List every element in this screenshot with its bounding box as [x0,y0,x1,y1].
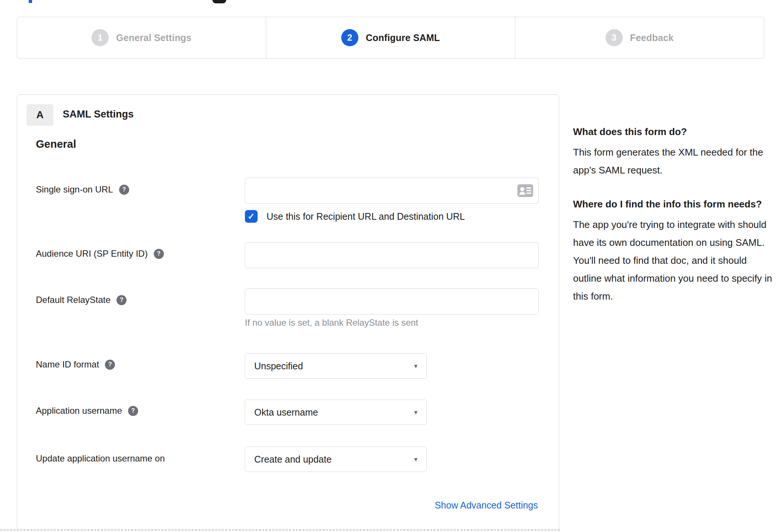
update-application-username-select[interactable]: Create and update ▾ [245,447,427,472]
chevron-down-icon: ▾ [414,362,417,370]
help-heading-what: What does this form do? [573,123,773,140]
step-3-number-badge: 3 [606,29,623,46]
name-id-format-label-text: Name ID format [36,359,99,370]
default-relaystate-input[interactable] [245,288,539,314]
help-icon[interactable]: ? [119,185,129,195]
update-application-username-label-text: Update application username on [36,453,165,464]
name-id-format-value: Unspecified [254,361,303,372]
update-application-username-value: Create and update [254,454,332,465]
default-relaystate-label-text: Default RelayState [36,295,111,305]
help-body-what: This form generates the XML needed for t… [573,143,773,179]
recipient-destination-url-checkbox-label: Use this for Recipient URL and Destinati… [267,211,465,222]
name-id-format-label: Name ID format ? [36,359,115,370]
step-general-settings: 1 General Settings [17,17,266,58]
help-icon[interactable]: ? [116,295,127,305]
application-username-value: Okta username [254,407,318,418]
check-icon: ✓ [248,212,255,222]
audience-uri-label-text: Audience URI (SP Entity ID) [36,248,148,259]
update-application-username-label: Update application username on [36,453,165,464]
chevron-down-icon: ▾ [414,409,417,416]
step-2-label: Configure SAML [366,32,440,43]
help-panel: What does this form do? This form genera… [573,123,773,322]
application-username-select[interactable]: Okta username ▾ [245,400,427,425]
step-configure-saml: 2 Configure SAML [266,17,515,58]
card-title: SAML Settings [63,109,134,120]
step-1-label: General Settings [116,32,192,43]
single-sign-on-url-input[interactable] [245,178,539,204]
help-icon[interactable]: ? [128,406,138,416]
wizard-stepper: 1 General Settings 2 Configure SAML 3 Fe… [17,17,764,59]
single-sign-on-url-label: Single sign-on URL ? [36,184,129,195]
application-username-label: Application username ? [36,406,138,416]
step-3-label: Feedback [630,32,674,43]
recipient-destination-url-checkbox[interactable]: ✓ [245,210,258,223]
help-body-where: The app you're trying to integrate with … [573,216,773,305]
name-id-format-select[interactable]: Unspecified ▾ [245,353,427,379]
audience-uri-label: Audience URI (SP Entity ID) ? [36,248,164,259]
section-dashed-divider [0,529,560,531]
step-feedback: 3 Feedback [515,17,764,58]
step-2-number-badge: 2 [341,29,358,46]
relaystate-hint: If no value is set, a blank RelayState i… [245,317,418,328]
help-icon[interactable]: ? [105,360,115,370]
single-sign-on-url-label-text: Single sign-on URL [36,184,113,195]
cropped-dark-fragment [212,0,226,3]
application-username-label-text: Application username [36,406,122,416]
saml-settings-card: A SAML Settings General Single sign-on U… [17,94,559,532]
show-advanced-settings-link[interactable]: Show Advanced Settings [435,500,538,511]
cropped-blue-fragment [29,0,32,3]
help-heading-where: Where do I find the info this form needs… [573,195,773,213]
general-section-heading: General [36,138,76,150]
section-a-badge: A [27,104,53,126]
default-relaystate-label: Default RelayState ? [36,295,127,305]
contact-card-icon [517,184,533,197]
chevron-down-icon: ▾ [414,456,417,463]
audience-uri-input[interactable] [245,242,539,268]
help-icon[interactable]: ? [154,249,164,259]
step-1-number-badge: 1 [91,29,109,46]
